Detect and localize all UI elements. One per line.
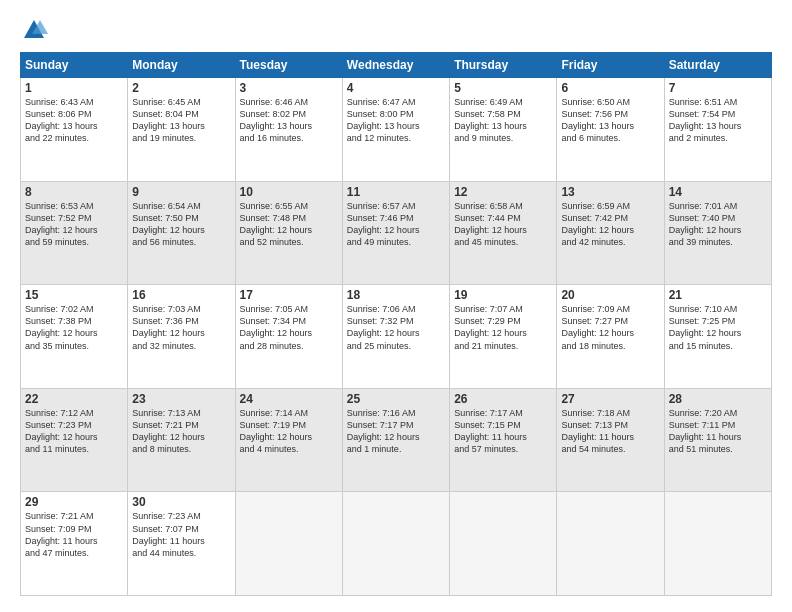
calendar-cell: 8Sunrise: 6:53 AMSunset: 7:52 PMDaylight… xyxy=(21,181,128,285)
calendar-week-row: 8Sunrise: 6:53 AMSunset: 7:52 PMDaylight… xyxy=(21,181,772,285)
day-number: 16 xyxy=(132,288,230,302)
day-detail: Sunrise: 7:02 AMSunset: 7:38 PMDaylight:… xyxy=(25,303,123,352)
calendar-header-sunday: Sunday xyxy=(21,53,128,78)
day-detail: Sunrise: 6:54 AMSunset: 7:50 PMDaylight:… xyxy=(132,200,230,249)
day-detail: Sunrise: 6:58 AMSunset: 7:44 PMDaylight:… xyxy=(454,200,552,249)
calendar-cell xyxy=(664,492,771,596)
day-number: 14 xyxy=(669,185,767,199)
day-number: 7 xyxy=(669,81,767,95)
day-detail: Sunrise: 7:14 AMSunset: 7:19 PMDaylight:… xyxy=(240,407,338,456)
logo xyxy=(20,16,52,44)
calendar-cell: 4Sunrise: 6:47 AMSunset: 8:00 PMDaylight… xyxy=(342,78,449,182)
day-number: 6 xyxy=(561,81,659,95)
calendar-cell: 24Sunrise: 7:14 AMSunset: 7:19 PMDayligh… xyxy=(235,388,342,492)
day-number: 24 xyxy=(240,392,338,406)
page-header xyxy=(20,16,772,44)
calendar-cell: 26Sunrise: 7:17 AMSunset: 7:15 PMDayligh… xyxy=(450,388,557,492)
day-number: 10 xyxy=(240,185,338,199)
day-number: 28 xyxy=(669,392,767,406)
day-number: 1 xyxy=(25,81,123,95)
day-number: 3 xyxy=(240,81,338,95)
day-detail: Sunrise: 7:09 AMSunset: 7:27 PMDaylight:… xyxy=(561,303,659,352)
calendar-week-row: 22Sunrise: 7:12 AMSunset: 7:23 PMDayligh… xyxy=(21,388,772,492)
day-detail: Sunrise: 6:45 AMSunset: 8:04 PMDaylight:… xyxy=(132,96,230,145)
calendar-cell: 21Sunrise: 7:10 AMSunset: 7:25 PMDayligh… xyxy=(664,285,771,389)
day-detail: Sunrise: 7:10 AMSunset: 7:25 PMDaylight:… xyxy=(669,303,767,352)
calendar-cell: 15Sunrise: 7:02 AMSunset: 7:38 PMDayligh… xyxy=(21,285,128,389)
day-detail: Sunrise: 6:46 AMSunset: 8:02 PMDaylight:… xyxy=(240,96,338,145)
calendar-week-row: 1Sunrise: 6:43 AMSunset: 8:06 PMDaylight… xyxy=(21,78,772,182)
calendar-cell: 20Sunrise: 7:09 AMSunset: 7:27 PMDayligh… xyxy=(557,285,664,389)
calendar-cell: 30Sunrise: 7:23 AMSunset: 7:07 PMDayligh… xyxy=(128,492,235,596)
day-detail: Sunrise: 7:13 AMSunset: 7:21 PMDaylight:… xyxy=(132,407,230,456)
day-detail: Sunrise: 7:05 AMSunset: 7:34 PMDaylight:… xyxy=(240,303,338,352)
calendar-cell: 13Sunrise: 6:59 AMSunset: 7:42 PMDayligh… xyxy=(557,181,664,285)
day-number: 22 xyxy=(25,392,123,406)
calendar-cell: 28Sunrise: 7:20 AMSunset: 7:11 PMDayligh… xyxy=(664,388,771,492)
day-detail: Sunrise: 7:07 AMSunset: 7:29 PMDaylight:… xyxy=(454,303,552,352)
day-number: 23 xyxy=(132,392,230,406)
calendar-cell xyxy=(557,492,664,596)
calendar-cell: 5Sunrise: 6:49 AMSunset: 7:58 PMDaylight… xyxy=(450,78,557,182)
day-number: 20 xyxy=(561,288,659,302)
calendar-cell: 12Sunrise: 6:58 AMSunset: 7:44 PMDayligh… xyxy=(450,181,557,285)
calendar-cell: 9Sunrise: 6:54 AMSunset: 7:50 PMDaylight… xyxy=(128,181,235,285)
calendar-cell: 16Sunrise: 7:03 AMSunset: 7:36 PMDayligh… xyxy=(128,285,235,389)
day-detail: Sunrise: 6:51 AMSunset: 7:54 PMDaylight:… xyxy=(669,96,767,145)
day-detail: Sunrise: 6:50 AMSunset: 7:56 PMDaylight:… xyxy=(561,96,659,145)
calendar-cell xyxy=(450,492,557,596)
day-number: 8 xyxy=(25,185,123,199)
calendar-header-friday: Friday xyxy=(557,53,664,78)
calendar-cell: 7Sunrise: 6:51 AMSunset: 7:54 PMDaylight… xyxy=(664,78,771,182)
day-number: 19 xyxy=(454,288,552,302)
calendar-week-row: 29Sunrise: 7:21 AMSunset: 7:09 PMDayligh… xyxy=(21,492,772,596)
day-detail: Sunrise: 6:49 AMSunset: 7:58 PMDaylight:… xyxy=(454,96,552,145)
day-number: 25 xyxy=(347,392,445,406)
calendar-cell: 1Sunrise: 6:43 AMSunset: 8:06 PMDaylight… xyxy=(21,78,128,182)
calendar-cell: 10Sunrise: 6:55 AMSunset: 7:48 PMDayligh… xyxy=(235,181,342,285)
calendar-cell: 17Sunrise: 7:05 AMSunset: 7:34 PMDayligh… xyxy=(235,285,342,389)
calendar-cell: 25Sunrise: 7:16 AMSunset: 7:17 PMDayligh… xyxy=(342,388,449,492)
calendar-week-row: 15Sunrise: 7:02 AMSunset: 7:38 PMDayligh… xyxy=(21,285,772,389)
day-detail: Sunrise: 7:17 AMSunset: 7:15 PMDaylight:… xyxy=(454,407,552,456)
day-number: 30 xyxy=(132,495,230,509)
calendar-header-row: SundayMondayTuesdayWednesdayThursdayFrid… xyxy=(21,53,772,78)
day-detail: Sunrise: 6:43 AMSunset: 8:06 PMDaylight:… xyxy=(25,96,123,145)
day-number: 29 xyxy=(25,495,123,509)
day-detail: Sunrise: 7:23 AMSunset: 7:07 PMDaylight:… xyxy=(132,510,230,559)
calendar-header-wednesday: Wednesday xyxy=(342,53,449,78)
calendar-cell: 19Sunrise: 7:07 AMSunset: 7:29 PMDayligh… xyxy=(450,285,557,389)
day-detail: Sunrise: 7:21 AMSunset: 7:09 PMDaylight:… xyxy=(25,510,123,559)
calendar-cell: 29Sunrise: 7:21 AMSunset: 7:09 PMDayligh… xyxy=(21,492,128,596)
calendar-cell: 3Sunrise: 6:46 AMSunset: 8:02 PMDaylight… xyxy=(235,78,342,182)
day-detail: Sunrise: 6:57 AMSunset: 7:46 PMDaylight:… xyxy=(347,200,445,249)
day-detail: Sunrise: 7:01 AMSunset: 7:40 PMDaylight:… xyxy=(669,200,767,249)
day-detail: Sunrise: 6:47 AMSunset: 8:00 PMDaylight:… xyxy=(347,96,445,145)
day-number: 11 xyxy=(347,185,445,199)
day-number: 15 xyxy=(25,288,123,302)
day-detail: Sunrise: 7:18 AMSunset: 7:13 PMDaylight:… xyxy=(561,407,659,456)
day-number: 2 xyxy=(132,81,230,95)
calendar-cell: 18Sunrise: 7:06 AMSunset: 7:32 PMDayligh… xyxy=(342,285,449,389)
day-number: 18 xyxy=(347,288,445,302)
calendar-header-tuesday: Tuesday xyxy=(235,53,342,78)
day-number: 21 xyxy=(669,288,767,302)
calendar-cell: 2Sunrise: 6:45 AMSunset: 8:04 PMDaylight… xyxy=(128,78,235,182)
day-detail: Sunrise: 6:53 AMSunset: 7:52 PMDaylight:… xyxy=(25,200,123,249)
day-number: 5 xyxy=(454,81,552,95)
day-number: 17 xyxy=(240,288,338,302)
day-detail: Sunrise: 7:20 AMSunset: 7:11 PMDaylight:… xyxy=(669,407,767,456)
calendar-cell: 22Sunrise: 7:12 AMSunset: 7:23 PMDayligh… xyxy=(21,388,128,492)
calendar-header-saturday: Saturday xyxy=(664,53,771,78)
calendar-cell: 23Sunrise: 7:13 AMSunset: 7:21 PMDayligh… xyxy=(128,388,235,492)
calendar-cell: 6Sunrise: 6:50 AMSunset: 7:56 PMDaylight… xyxy=(557,78,664,182)
day-number: 12 xyxy=(454,185,552,199)
day-number: 13 xyxy=(561,185,659,199)
day-detail: Sunrise: 6:59 AMSunset: 7:42 PMDaylight:… xyxy=(561,200,659,249)
calendar-cell: 11Sunrise: 6:57 AMSunset: 7:46 PMDayligh… xyxy=(342,181,449,285)
calendar-header-monday: Monday xyxy=(128,53,235,78)
day-number: 4 xyxy=(347,81,445,95)
day-detail: Sunrise: 7:03 AMSunset: 7:36 PMDaylight:… xyxy=(132,303,230,352)
logo-icon xyxy=(20,16,48,44)
calendar-cell xyxy=(235,492,342,596)
